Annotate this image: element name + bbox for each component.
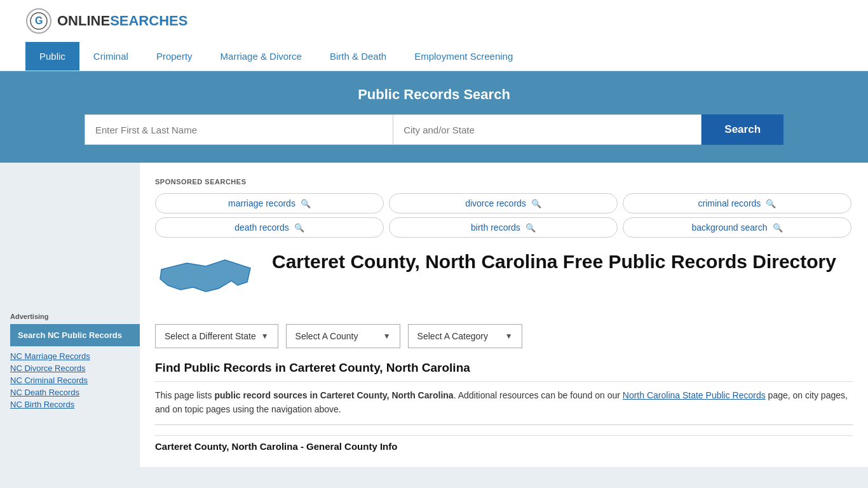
svg-marker-2 — [160, 260, 250, 292]
state-dropdown-label: Select a Different State — [165, 331, 256, 341]
sidebar-link-divorce[interactable]: NC Divorce Records — [10, 363, 140, 373]
search-icon-criminal: 🔍 — [766, 199, 776, 208]
nav-item-public[interactable]: Public — [25, 42, 79, 71]
search-banner: Public Records Search Search — [0, 71, 868, 163]
nav-item-employment[interactable]: Employment Screening — [400, 42, 527, 71]
sidebar-link-marriage[interactable]: NC Marriage Records — [10, 351, 140, 361]
state-map — [155, 250, 257, 314]
sidebar-ad-item[interactable]: Search NC Public Records — [10, 324, 140, 346]
sidebar-link-birth[interactable]: NC Birth Records — [10, 400, 140, 409]
nav-item-criminal[interactable]: Criminal — [79, 42, 142, 71]
tag-birth-label: birth records — [471, 222, 520, 233]
tag-birth-records[interactable]: birth records 🔍 — [389, 217, 618, 238]
search-icon-background: 🔍 — [773, 223, 783, 233]
tag-death-label: death records — [234, 222, 289, 233]
sidebar-link-criminal[interactable]: NC Criminal Records — [10, 376, 140, 385]
county-dropdown-label: Select A County — [295, 331, 358, 341]
county-title: Carteret County, North Carolina Free Pub… — [272, 250, 836, 273]
search-tags-row2: death records 🔍 birth records 🔍 backgrou… — [155, 217, 853, 238]
nav-item-birth-death[interactable]: Birth & Death — [316, 42, 400, 71]
sidebar-links: NC Marriage Records NC Divorce Records N… — [10, 351, 140, 409]
sidebar-link-death[interactable]: NC Death Records — [10, 388, 140, 397]
sidebar: Advertising Search NC Public Records NC … — [0, 163, 140, 467]
find-text-bold: public record sources in Carteret County… — [214, 390, 453, 400]
logo[interactable]: G ONLINESEARCHES — [25, 8, 187, 34]
tag-criminal-label: criminal records — [698, 198, 761, 208]
find-text-1: This page lists — [155, 390, 214, 400]
nav-item-property[interactable]: Property — [142, 42, 207, 71]
tag-background-label: background search — [691, 222, 767, 233]
sponsored-label: SPONSORED SEARCHES — [155, 170, 853, 188]
nav-item-marriage-divorce[interactable]: Marriage & Divorce — [207, 42, 316, 71]
search-icon-death: 🔍 — [294, 223, 304, 233]
tag-divorce-records[interactable]: divorce records 🔍 — [389, 193, 618, 214]
content-area: SPONSORED SEARCHES marriage records 🔍 di… — [140, 163, 868, 467]
search-form: Search — [85, 114, 783, 145]
county-dropdown-arrow: ▼ — [383, 332, 391, 341]
tag-death-records[interactable]: death records 🔍 — [155, 217, 384, 238]
tag-divorce-label: divorce records — [465, 198, 526, 208]
tag-background-search[interactable]: background search 🔍 — [623, 217, 851, 238]
dropdown-row: Select a Different State ▼ Select A Coun… — [155, 324, 853, 348]
county-section: Carteret County, North Carolina Free Pub… — [155, 250, 853, 314]
general-info-title: Carteret County, North Carolina - Genera… — [155, 435, 853, 452]
main-content: Advertising Search NC Public Records NC … — [0, 163, 868, 467]
find-text-2: . Additional resources can be found on o… — [454, 390, 623, 400]
category-dropdown[interactable]: Select A Category ▼ — [408, 324, 522, 348]
find-link[interactable]: North Carolina State Public Records — [623, 390, 766, 400]
header: G ONLINESEARCHES — [0, 0, 868, 42]
search-icon-marriage: 🔍 — [301, 199, 311, 208]
find-records-title: Find Public Records in Carteret County, … — [155, 361, 853, 382]
name-input[interactable] — [85, 114, 393, 145]
section-divider — [155, 424, 853, 425]
search-banner-title: Public Records Search — [25, 86, 843, 103]
county-dropdown[interactable]: Select A County ▼ — [286, 324, 400, 348]
category-dropdown-label: Select A Category — [417, 331, 488, 341]
logo-text: ONLINESEARCHES — [57, 13, 187, 29]
tag-marriage-records[interactable]: marriage records 🔍 — [155, 193, 384, 214]
category-dropdown-arrow: ▼ — [505, 332, 513, 341]
logo-icon: G — [25, 8, 52, 34]
find-records-text: This page lists public record sources in… — [155, 388, 853, 417]
svg-text:G: G — [35, 15, 43, 26]
state-dropdown-arrow: ▼ — [261, 332, 269, 341]
tag-marriage-label: marriage records — [228, 198, 295, 208]
nc-map-svg — [155, 250, 257, 314]
search-icon-birth: 🔍 — [526, 223, 536, 233]
sidebar-ad-label: Advertising — [10, 313, 140, 320]
location-input[interactable] — [393, 114, 702, 145]
search-icon-divorce: 🔍 — [531, 199, 541, 208]
search-tags-row1: marriage records 🔍 divorce records 🔍 cri… — [155, 193, 853, 214]
main-nav: Public Criminal Property Marriage & Divo… — [0, 42, 868, 71]
tag-criminal-records[interactable]: criminal records 🔍 — [623, 193, 851, 214]
search-button[interactable]: Search — [702, 114, 783, 145]
state-dropdown[interactable]: Select a Different State ▼ — [155, 324, 278, 348]
